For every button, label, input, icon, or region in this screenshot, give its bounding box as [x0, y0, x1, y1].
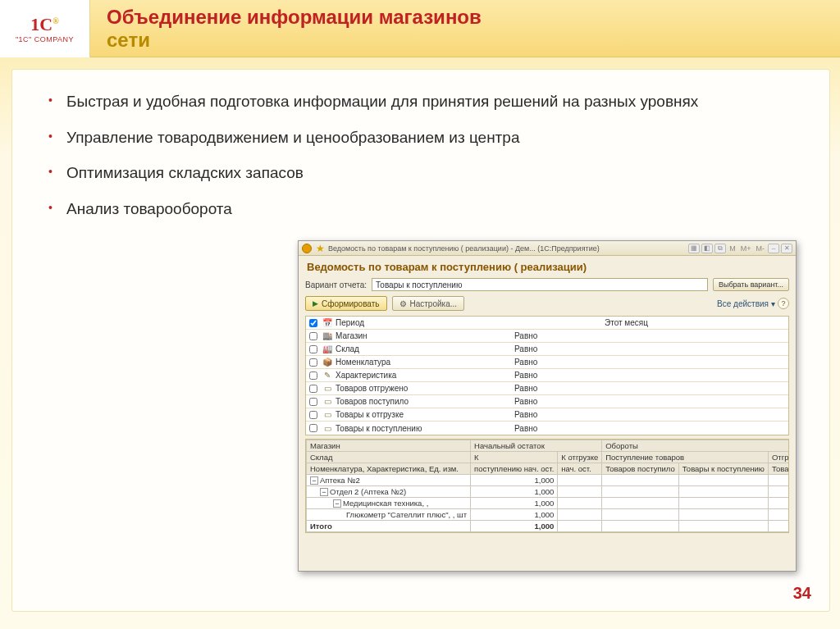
window-title: Ведомость по товарам к поступлению ( реа…	[328, 244, 600, 253]
table-body: −Аптека №2 1,000 −Отдел 2 (Аптека №2) 1,…	[307, 475, 790, 532]
toolbar-icon[interactable]: ◧	[701, 244, 713, 253]
filter-row: ▭ Товары к отгрузке Равно	[306, 408, 788, 422]
favorite-icon[interactable]: ★	[315, 244, 325, 253]
variant-row: Вариант отчета: Товары к поступлению Выб…	[299, 276, 796, 294]
bullet-item: Анализ товарооборота	[45, 198, 798, 220]
filter-checkbox[interactable]	[309, 319, 317, 327]
table-header-row: Магазин Начальный остаток Обороты К	[307, 440, 790, 452]
col-k-otgruzke: К отгрузке	[558, 452, 602, 463]
filter-value[interactable]: Этот месяц	[605, 318, 788, 327]
app-window: ★ Ведомость по товарам к поступлению ( р…	[298, 240, 797, 572]
filter-op: Равно	[514, 384, 605, 393]
toolbar-icon[interactable]: ▦	[688, 244, 700, 253]
filter-row: 📦 Номенклатура Равно	[306, 356, 788, 369]
select-variant-button[interactable]: Выбрать вариант...	[713, 278, 789, 291]
report-toolbar: ▶Сформировать ⚙Настройка... Все действия…	[299, 294, 796, 316]
m-button[interactable]: M	[728, 244, 737, 253]
slide-header: 1C® "1C" COMPANY Объединение информации …	[0, 0, 840, 57]
box-icon: ▭	[321, 410, 334, 419]
table-row[interactable]: −Медицинская техника, , 1,000	[307, 498, 790, 509]
settings-button[interactable]: ⚙Настройка...	[392, 296, 465, 311]
logo-1c: 1C®	[30, 14, 58, 35]
filter-label: Товары к отгрузке	[334, 410, 514, 419]
col-oboroty: Обороты	[602, 440, 789, 452]
minimize-icon[interactable]: –	[768, 244, 779, 253]
filter-checkbox[interactable]	[309, 345, 317, 353]
bullet-item: Управление товародвижением и ценообразов…	[45, 127, 798, 148]
table-row-total: Итого 1,000	[307, 521, 790, 532]
table-row[interactable]: Глюкометр "Сателлит плюс", , шт 1,000	[307, 509, 790, 521]
col-postup: Поступление товаров	[602, 452, 769, 463]
col-tovarov-postupilo: Товаров поступило	[602, 463, 679, 475]
play-icon: ▶	[313, 299, 318, 308]
bullet-item: Быстрая и удобная подготовка информации …	[45, 91, 798, 112]
filter-label: Характеристика	[334, 371, 514, 380]
all-actions-menu[interactable]: Все действия▾?	[717, 298, 789, 309]
variant-input[interactable]: Товары к поступлению	[372, 278, 708, 291]
filter-checkbox[interactable]	[309, 371, 317, 380]
filter-label: Товары к поступлению	[334, 424, 514, 433]
box-icon: ▭	[321, 397, 334, 406]
filter-op: Равно	[514, 331, 605, 340]
data-table: Магазин Начальный остаток Обороты К Скла…	[306, 440, 789, 532]
close-icon[interactable]: ✕	[781, 244, 792, 253]
filter-row: 🏭 Склад Равно	[306, 343, 788, 356]
filter-label: Номенклатура	[334, 358, 514, 367]
col-nach-ost2: нач. ост.	[558, 463, 602, 475]
col-sklad: Склад	[307, 452, 471, 463]
filter-row: ✎ Характеристика Равно	[306, 369, 788, 382]
filter-checkbox[interactable]	[309, 358, 317, 367]
filter-op: Равно	[514, 410, 605, 419]
filter-row: ▭ Товаров поступило Равно	[306, 395, 788, 408]
slide-content: Быстрая и удобная подготовка информации …	[11, 69, 830, 612]
logo: 1C® "1C" COMPANY	[0, 0, 90, 57]
table-row[interactable]: −Отдел 2 (Аптека №2) 1,000	[307, 486, 790, 498]
toolbar-icon[interactable]: ⧉	[714, 244, 726, 253]
app-titlebar: ★ Ведомость по товарам к поступлению ( р…	[299, 241, 796, 256]
filter-label: Период	[334, 318, 514, 327]
gear-icon: ⚙	[399, 299, 407, 308]
filter-row: ▭ Товаров отгружено Равно	[306, 382, 788, 395]
item-icon: 📦	[321, 358, 334, 367]
warehouse-icon: 🏭	[321, 344, 334, 353]
filter-checkbox[interactable]	[309, 398, 317, 406]
box-icon: ▭	[321, 384, 334, 393]
filter-row: ▭ Товары к поступлению Равно	[306, 422, 788, 435]
filter-label: Товаров отгружено	[334, 384, 514, 393]
form-button[interactable]: ▶Сформировать	[305, 296, 387, 311]
page-number: 34	[793, 584, 811, 603]
bullet-item: Оптимизация складских запасов	[45, 162, 798, 184]
filter-checkbox[interactable]	[309, 332, 317, 340]
shop-icon: 🏬	[321, 331, 334, 340]
filter-checkbox[interactable]	[309, 411, 317, 419]
col-tovarov-otgruzheno: Товаров отгружено	[768, 463, 789, 475]
filter-checkbox[interactable]	[309, 424, 317, 432]
filters-panel: 📅 Период Этот месяц 🏬 Магазин Равно 🏭 Ск…	[305, 316, 789, 435]
filter-op: Равно	[514, 358, 605, 367]
table-row[interactable]: −Аптека №2 1,000	[307, 475, 790, 486]
m-minus-button[interactable]: M-	[755, 244, 767, 253]
tree-toggle[interactable]: −	[310, 476, 318, 485]
m-plus-button[interactable]: M+	[739, 244, 753, 253]
report-title: Ведомость по товарам к поступлению ( реа…	[299, 256, 796, 276]
data-table-wrap[interactable]: Магазин Начальный остаток Обороты К Скла…	[305, 439, 789, 533]
filter-op: Равно	[514, 344, 605, 353]
help-icon[interactable]: ?	[778, 298, 789, 309]
col-postup-nach: поступлению нач. ост.	[471, 463, 558, 475]
table-header-row: Склад К К отгрузке Поступление товаров О…	[307, 452, 790, 463]
table-header-row: Номенклатура, Характеристика, Ед. изм. п…	[307, 463, 790, 475]
filter-row: 🏬 Магазин Равно	[306, 330, 788, 343]
filter-op: Равно	[514, 397, 605, 406]
col-tovary-k-postup: Товары к поступлению	[678, 463, 768, 475]
variant-label: Вариант отчета:	[305, 280, 367, 289]
chevron-down-icon: ▾	[771, 299, 775, 308]
bullet-list: Быстрая и удобная подготовка информации …	[45, 91, 798, 220]
app-icon	[302, 244, 312, 253]
tree-toggle[interactable]: −	[333, 499, 341, 508]
col-otgruzka: Отгрузка товаров	[768, 452, 789, 463]
box-icon: ▭	[321, 424, 334, 433]
tree-toggle[interactable]: −	[320, 488, 328, 496]
logo-company: "1C" COMPANY	[16, 35, 74, 43]
col-k2: К	[471, 452, 558, 463]
filter-checkbox[interactable]	[309, 385, 317, 393]
